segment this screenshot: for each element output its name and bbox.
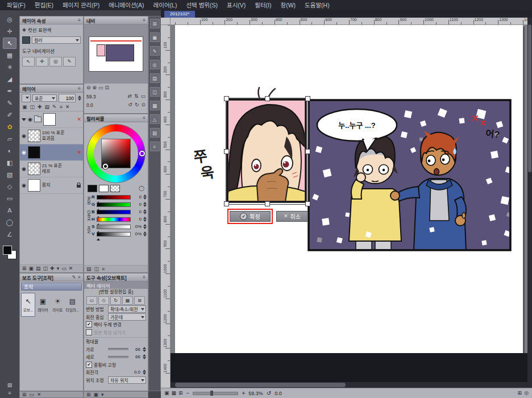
scrollbar-thumb[interactable]: [528, 24, 531, 172]
navigator-zoom-icon[interactable]: ▭: [98, 85, 103, 90]
scrollbar-thumb[interactable]: [175, 383, 346, 387]
layer-row-paper[interactable]: ◉ 용지: [20, 177, 83, 194]
color-panel-icon[interactable]: ◫: [94, 267, 99, 272]
layer-thumbnail[interactable]: [28, 130, 40, 142]
transform-handle[interactable]: [265, 201, 270, 206]
navigator-flip-icon[interactable]: ▭: [140, 94, 146, 99]
transform-handle[interactable]: [305, 201, 310, 206]
foreground-color-swatch[interactable]: [3, 246, 12, 255]
navigator-zoom-icon[interactable]: ⊕: [93, 85, 97, 90]
zoom-slider-thumb[interactable]: [210, 391, 213, 396]
layer-thumbnail[interactable]: [28, 179, 40, 192]
menu-item[interactable]: 필터(I): [250, 0, 276, 10]
visibility-eye-icon[interactable]: ◉: [22, 133, 26, 139]
move-tool[interactable]: ✛: [3, 26, 16, 37]
auto-select-tool[interactable]: ✳: [3, 61, 16, 73]
navigator-preview[interactable]: [84, 24, 148, 84]
color-swatches[interactable]: [3, 246, 16, 259]
menu-item[interactable]: 창(W): [276, 0, 301, 10]
scale-height-stepper[interactable]: [143, 354, 146, 359]
layer-footer-icon[interactable]: ✕: [69, 266, 73, 271]
panel-footer-icon[interactable]: ⊞: [86, 392, 91, 397]
zoom-slider[interactable]: [193, 392, 238, 395]
subtool-group-operation[interactable]: 조작: [21, 283, 82, 291]
figure-tool[interactable]: ◇: [3, 181, 16, 192]
transform-mode-button[interactable]: ↻: [110, 296, 121, 305]
eyedropper-tool[interactable]: ◢: [3, 73, 16, 85]
zoom-in-button[interactable]: +: [242, 391, 245, 396]
transform-mode-button[interactable]: ▭: [86, 296, 97, 305]
navigator-rotate-icon[interactable]: ↺: [128, 102, 132, 107]
frame-border-tool[interactable]: ▭: [3, 193, 16, 204]
transform-mode-button[interactable]: ◇: [98, 296, 109, 305]
statusbar-icon[interactable]: ▣: [164, 391, 169, 396]
vector-width-checkbox[interactable]: ✔: [86, 321, 92, 327]
pencil-tool[interactable]: ✎: [3, 97, 16, 109]
slider-value[interactable]: V 0%: [91, 230, 147, 238]
slider-red[interactable]: R 0: [91, 193, 147, 201]
zoom-out-button[interactable]: −: [186, 391, 190, 396]
transform-handle[interactable]: [224, 201, 229, 206]
confirm-button[interactable]: ✔ 확정: [230, 211, 271, 222]
horizontal-scrollbar[interactable]: [171, 382, 527, 388]
layer-row-ref[interactable]: ◉ 21 % 표준 레프: [20, 161, 83, 177]
panel-menu-icon[interactable]: ≡: [143, 18, 146, 23]
visibility-eye-icon[interactable]: ◉: [28, 117, 32, 122]
tool-palette-icon[interactable]: ▧: [7, 383, 13, 388]
panel-footer-icon[interactable]: ▭: [30, 392, 35, 397]
layer-toolbar-icon[interactable]: ▣: [22, 105, 27, 110]
panel-menu-icon[interactable]: ≡: [143, 275, 146, 280]
tab-cmyk[interactable]: CMYK: [85, 208, 91, 223]
menu-item[interactable]: 편집(E): [30, 0, 58, 10]
color-wheel[interactable]: [86, 124, 146, 183]
dock-palette-icon[interactable]: ◎: [150, 60, 160, 69]
tool-property-title[interactable]: 도구 속성[오브젝트] ≡: [84, 273, 148, 281]
layer-row-sfx[interactable]: ◉ 100 % 표준 효과음: [20, 128, 83, 144]
main-color-chip[interactable]: [88, 185, 97, 192]
layer-toolbar-icon[interactable]: ≡: [60, 105, 63, 110]
slider-hue[interactable]: H 0: [91, 215, 147, 223]
rotation-center-select[interactable]: 가운데: [108, 313, 146, 321]
scale-width-value[interactable]: 66: [130, 347, 140, 352]
dock-palette-icon[interactable]: ▧: [150, 128, 160, 138]
transform-mode-button[interactable]: ▦: [122, 296, 133, 305]
menu-item[interactable]: 파일(F): [2, 0, 30, 10]
navigator-title[interactable]: 내비 ≡: [84, 16, 148, 24]
fill-tool[interactable]: ◧: [3, 157, 16, 168]
layer-property-title[interactable]: 레이어 속성 ≡: [20, 16, 83, 24]
navigator-flip-icon[interactable]: ⇅: [134, 94, 139, 99]
subtool-timeline[interactable]: ▤타임라...: [65, 293, 80, 317]
transparent-color-chip[interactable]: [110, 185, 120, 192]
layer-thumbnail[interactable]: [28, 146, 40, 159]
rotation-angle-stepper[interactable]: [143, 370, 146, 375]
tool-navigation-button[interactable]: ✛: [36, 57, 48, 67]
menu-item[interactable]: 페이지 관리(P): [58, 0, 104, 10]
panel-menu-icon[interactable]: ≡: [78, 275, 81, 280]
color-wheel-title[interactable]: 컬러써클 ≡: [84, 114, 148, 122]
panel-menu-icon[interactable]: ≡: [78, 86, 81, 91]
transform-handle[interactable]: [305, 96, 310, 101]
statusbar-icon[interactable]: ⊞: [518, 391, 522, 396]
hue-indicator[interactable]: [139, 151, 145, 156]
scale-height-value[interactable]: 66: [130, 354, 140, 359]
navigator-zoom-icon[interactable]: ⊖: [86, 85, 91, 90]
transform-handle[interactable]: [224, 149, 229, 154]
tool-palette-icon[interactable]: ≡: [8, 391, 11, 396]
folder-expander-icon[interactable]: [22, 118, 26, 123]
frame-color-select[interactable]: 컬러: [32, 36, 81, 44]
keep-original-checkbox[interactable]: [86, 329, 92, 335]
navigator-zoom-icon[interactable]: ⊡: [105, 85, 110, 90]
panel-menu-icon[interactable]: ≡: [78, 18, 81, 23]
visibility-eye-icon[interactable]: ◉: [22, 150, 26, 155]
dock-palette-icon[interactable]: ⊞: [150, 19, 160, 28]
palette-color-button[interactable]: [22, 94, 31, 102]
transform-handle[interactable]: [265, 96, 270, 101]
sub-color-chip[interactable]: [99, 185, 109, 192]
layer-opacity-field[interactable]: 100: [59, 94, 76, 102]
color-panel-icon[interactable]: ▤: [86, 267, 92, 272]
layer-thumbnail[interactable]: [28, 163, 40, 175]
vertical-scrollbar[interactable]: [527, 18, 532, 388]
tool-navigation-button[interactable]: ◎: [49, 57, 62, 67]
tool-navigation-button[interactable]: ✎: [63, 57, 76, 67]
dock-palette-icon[interactable]: △: [150, 114, 160, 124]
